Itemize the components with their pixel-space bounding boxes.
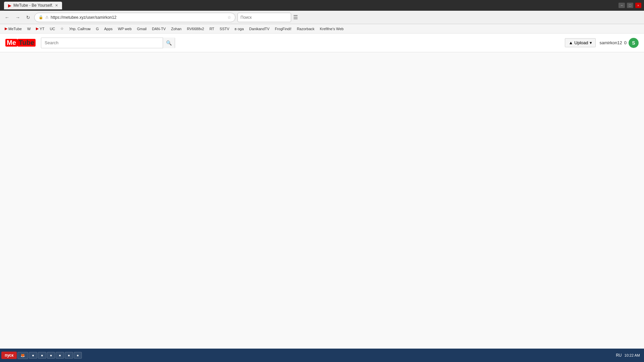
header-right: ▲ Upload ▾ samirkon12 0 S <box>565 38 639 48</box>
upload-button[interactable]: ▲ Upload ▾ <box>565 38 595 47</box>
site-logo[interactable]: MeTube <box>5 39 36 47</box>
maximize-button[interactable]: □ <box>627 3 633 8</box>
upload-dropdown-icon[interactable]: ▾ <box>590 40 592 45</box>
bookmark-star-icon[interactable]: ☆ <box>227 15 231 20</box>
security-icon: ⚠ <box>45 15 49 19</box>
browser-tab[interactable]: ▶ MeTube - Be Yourself. ✕ <box>4 2 62 9</box>
upload-icon: ▲ <box>569 40 573 45</box>
bookmark-voga[interactable]: в oga <box>233 26 246 32</box>
bookmark-krefifne[interactable]: Krefifne's Web <box>318 26 346 32</box>
bookmark-apps[interactable]: Apps <box>102 26 114 32</box>
tab-favicon: ▶ <box>8 3 11 8</box>
forward-button[interactable]: → <box>13 13 22 21</box>
logo-me: Me <box>5 39 17 47</box>
browser-toolbar: ← → ↻ 🔒 ⚠ ☆ ☰ <box>0 11 644 24</box>
user-info: samirkon12 0 S <box>600 38 639 48</box>
bookmark-rv[interactable]: RV6688v2 <box>185 26 206 32</box>
bookmark-zohan[interactable]: Zohan <box>169 26 183 32</box>
close-button[interactable]: × <box>635 3 641 8</box>
refresh-button[interactable]: ↻ <box>24 13 32 21</box>
bookmark-g[interactable]: G <box>94 26 101 32</box>
bookmark-manage-sites[interactable]: Упр. Сайтом <box>67 26 93 32</box>
bookmark-yt[interactable]: ▶YT <box>34 26 46 32</box>
browser-search-input[interactable] <box>237 13 291 22</box>
bookmark-razorback[interactable]: Razorback <box>295 26 317 32</box>
search-input[interactable] <box>41 40 163 45</box>
search-button[interactable]: 🔍 <box>163 38 175 48</box>
lock-icon: 🔒 <box>39 15 43 19</box>
bookmark-wp[interactable]: WP web <box>116 26 134 32</box>
bookmark-uc[interactable]: UC <box>48 26 57 32</box>
upload-label: Upload <box>574 40 588 45</box>
bookmark-frog[interactable]: FrogFindi! <box>273 26 293 32</box>
bookmark-gmail[interactable]: Gmail <box>135 26 149 32</box>
tab-close-button[interactable]: ✕ <box>55 3 58 8</box>
username: samirkon12 <box>600 40 622 45</box>
url-input[interactable] <box>51 15 225 20</box>
bookmarks-bar: ▶ MeTube W ▶YT UC ☆ Упр. Сайтом G Apps W… <box>0 24 644 34</box>
bookmark-w[interactable]: W <box>25 26 33 32</box>
window-controls: − □ × <box>619 3 641 8</box>
logo-tube: Tube <box>17 39 36 47</box>
bookmark-star[interactable]: ☆ <box>58 26 66 32</box>
bookmark-dantv[interactable]: DAN-TV <box>150 26 168 32</box>
bookmark-rt[interactable]: RT <box>207 26 216 32</box>
bookmark-danikand[interactable]: DanikandTV <box>247 26 272 32</box>
tab-title: MeTube - Be Yourself. <box>13 3 53 8</box>
bookmark-metube[interactable]: ▶ MeTube <box>3 26 24 32</box>
site-header: MeTube 🔍 ▲ Upload ▾ samirkon12 0 S <box>0 34 644 52</box>
search-bar: 🔍 <box>41 38 175 48</box>
app-layout: MeTube 🔍 ▲ Upload ▾ samirkon12 0 S sam <box>0 34 644 349</box>
browser-titlebar: ▶ MeTube - Be Yourself. ✕ − □ × <box>0 0 644 11</box>
minimize-button[interactable]: − <box>619 3 625 8</box>
address-bar[interactable]: 🔒 ⚠ ☆ <box>34 13 235 22</box>
user-avatar[interactable]: S <box>629 38 639 48</box>
bookmark-sstv[interactable]: SSTV <box>218 26 231 32</box>
notification-count: 0 <box>624 40 627 45</box>
back-button[interactable]: ← <box>3 13 11 21</box>
extensions-icon[interactable]: ☰ <box>293 14 298 20</box>
